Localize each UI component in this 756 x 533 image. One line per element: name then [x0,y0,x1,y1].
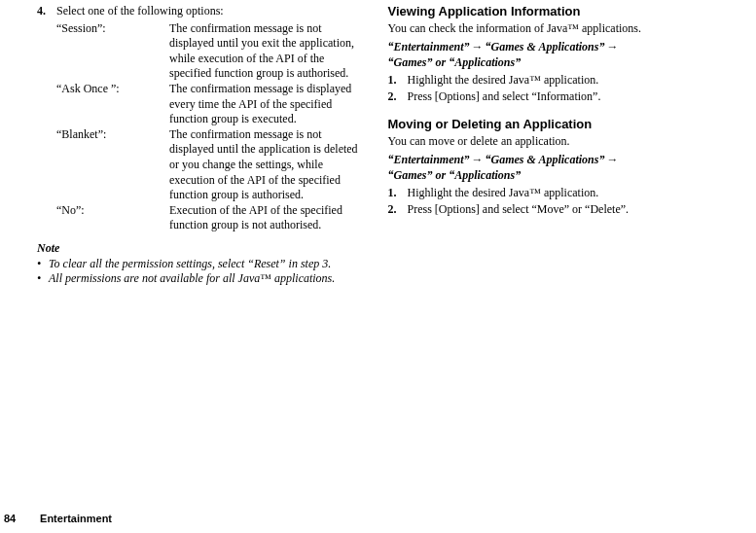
option-no: “No”: Execution of the API of the specif… [56,203,365,233]
note-bullet-1: • To clear all the permission settings, … [37,257,365,272]
option-desc: Execution of the API of the specified fu… [169,203,365,233]
option-desc: The confirmation message is not displaye… [169,127,365,203]
note-bullet-2: • All permissions are not available for … [37,271,365,287]
step-number: 2. [388,89,408,105]
option-label: “Session”: [56,21,169,82]
step-number: 2. [388,202,408,218]
arrow-icon: → [604,153,620,166]
step-number: 4. [37,4,56,19]
step-number: 1. [388,73,408,89]
nav-path-1: “Entertainment”→“Games & Applications”→“… [388,40,739,70]
option-ask-once: “Ask Once ”: The confirmation message is… [56,82,365,127]
arrow-icon: → [470,153,486,166]
option-session: “Session”: The confirmation message is n… [56,21,365,82]
step-text: Highlight the desired Java™ application. [408,186,739,201]
step-4: 4. Select one of the following options: [37,4,365,19]
body-moving-deleting: You can move or delete an application. [388,134,739,150]
bullet-mark: • [37,257,49,272]
step-2a: 2. Press [Options] and select “Informati… [388,89,739,105]
path-part: “Games” or “Applications” [388,55,522,69]
page-footer: 84 Entertainment [0,512,112,525]
right-column: Viewing Application Information You can … [378,4,757,287]
page-number: 84 [0,512,37,525]
step-text: Highlight the desired Java™ application. [408,73,739,89]
bullet-text: To clear all the permission settings, se… [49,257,365,272]
path-part: “Games & Applications” [486,40,605,53]
arrow-icon: → [470,40,486,53]
step-number: 1. [388,186,408,201]
path-part: “Entertainment” [388,40,470,53]
nav-path-2: “Entertainment”→“Games & Applications”→“… [388,153,739,183]
options-list: “Session”: The confirmation message is n… [56,21,365,233]
bullet-text: All permissions are not available for al… [49,271,365,287]
step-2b: 2. Press [Options] and select “Move” or … [388,202,739,218]
path-part: “Games & Applications” [486,153,605,166]
step-1b: 1. Highlight the desired Java™ applicati… [388,186,739,201]
footer-title: Entertainment [40,512,112,525]
left-column: 4. Select one of the following options: … [0,4,378,287]
path-part: “Entertainment” [388,153,470,166]
option-desc: The confirmation message is not displaye… [169,21,365,82]
option-label: “No”: [56,203,169,233]
heading-viewing-info: Viewing Application Information [388,4,739,20]
step-text: Press [Options] and select “Move” or “De… [408,202,739,218]
step-text: Select one of the following options: [56,4,365,19]
step-1a: 1. Highlight the desired Java™ applicati… [388,73,739,89]
option-label: “Blanket”: [56,127,169,203]
path-part: “Games” or “Applications” [388,168,522,182]
body-viewing-info: You can check the information of Java™ a… [388,21,739,37]
option-blanket: “Blanket”: The confirmation message is n… [56,127,365,203]
option-label: “Ask Once ”: [56,82,169,127]
arrow-icon: → [604,40,620,53]
heading-moving-deleting: Moving or Deleting an Application [388,117,739,133]
note-heading: Note [37,241,365,257]
step-text: Press [Options] and select “Information”… [408,89,739,105]
bullet-mark: • [37,271,49,287]
option-desc: The confirmation message is displayed ev… [169,82,365,127]
